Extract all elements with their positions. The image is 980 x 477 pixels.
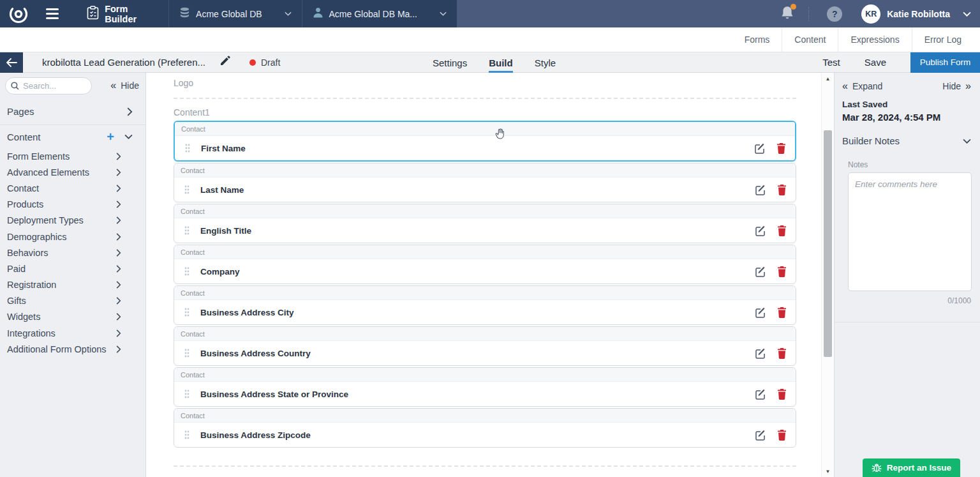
- tab-build[interactable]: Build: [489, 52, 513, 73]
- save-button[interactable]: Save: [865, 57, 886, 68]
- collapse-right-icon: »: [965, 80, 971, 92]
- sidebar-hide-button[interactable]: « Hide: [110, 80, 139, 91]
- sidebar-item-products[interactable]: Products: [7, 197, 145, 213]
- add-content-icon[interactable]: +: [107, 130, 114, 143]
- chevron-right-icon: [116, 153, 121, 160]
- sidebar-item-label: Registration: [7, 280, 56, 290]
- user-menu-chevron-icon[interactable]: [963, 11, 971, 17]
- publish-form-button[interactable]: Publish Form: [910, 52, 980, 73]
- tab-error-log[interactable]: Error Log: [912, 27, 974, 52]
- drag-handle-icon[interactable]: [184, 430, 189, 439]
- field-card-company[interactable]: Contact Company: [174, 245, 796, 284]
- database-dropdown[interactable]: Acme Global DB: [169, 0, 301, 27]
- acton-logo-icon[interactable]: [0, 4, 37, 24]
- sidebar-section-pages[interactable]: Pages: [0, 98, 145, 125]
- sidebar-item-form-elements[interactable]: Form Elements: [7, 148, 145, 164]
- delete-icon[interactable]: [777, 307, 787, 318]
- sidebar-item-advanced-elements[interactable]: Advanced Elements: [7, 164, 145, 180]
- field-card-first-name[interactable]: Contact First Name: [174, 121, 796, 162]
- marketing-account-dropdown[interactable]: Acme Global DB Ma...: [302, 0, 457, 27]
- divider: [808, 7, 809, 21]
- sidebar-item-behaviors[interactable]: Behaviors: [7, 245, 145, 261]
- builder-tabs: Settings Build Style: [433, 52, 556, 73]
- sidebar-item-additional-form-options[interactable]: Additional Form Options: [7, 341, 145, 357]
- drag-handle-icon[interactable]: [184, 226, 189, 235]
- drag-handle-icon[interactable]: [184, 267, 189, 276]
- edit-icon[interactable]: [755, 430, 766, 441]
- field-label: Company: [200, 267, 240, 276]
- tab-forms[interactable]: Forms: [732, 27, 782, 52]
- canvas-scrollbar[interactable]: ▲ ▼: [821, 73, 834, 477]
- delete-icon[interactable]: [777, 429, 787, 441]
- sidebar-item-paid[interactable]: Paid: [7, 261, 145, 276]
- sidebar-section-content[interactable]: Content +: [0, 125, 145, 148]
- builder-notes-section[interactable]: Builder Notes: [842, 135, 971, 146]
- sidebar-item-deployment-types[interactable]: Deployment Types: [7, 213, 145, 229]
- sidebar-item-widgets[interactable]: Widgets: [7, 309, 145, 325]
- scroll-up-icon[interactable]: ▲: [822, 76, 834, 82]
- drag-handle-icon[interactable]: [185, 144, 190, 153]
- search-input[interactable]: [23, 81, 82, 91]
- delete-icon[interactable]: [777, 266, 787, 277]
- drag-handle-icon[interactable]: [184, 390, 189, 398]
- delete-icon[interactable]: [777, 184, 787, 195]
- sidebar-item-integrations[interactable]: Integrations: [7, 325, 145, 341]
- drag-handle-icon[interactable]: [184, 308, 189, 317]
- notes-textarea[interactable]: [848, 172, 972, 291]
- hide-panel-button[interactable]: Hide »: [942, 80, 971, 92]
- field-card-business-address-zipcode[interactable]: Contact Business Address Zipcode: [174, 408, 796, 448]
- sidebar-item-registration[interactable]: Registration: [7, 277, 145, 293]
- sidebar-item-contact[interactable]: Contact: [7, 180, 145, 196]
- back-button[interactable]: [0, 52, 23, 73]
- chevron-down-icon[interactable]: [124, 134, 133, 139]
- expand-panel-button[interactable]: « Expand: [842, 80, 882, 92]
- notifications-bell-icon[interactable]: [780, 5, 794, 23]
- field-card-business-address-city[interactable]: Contact Business Address City: [174, 285, 796, 325]
- main-area: « Hide Pages Content + Form Elements Adv…: [0, 73, 980, 477]
- field-card-business-address-country[interactable]: Contact Business Address Country: [174, 326, 796, 366]
- sidebar-item-gifts[interactable]: Gifts: [7, 293, 145, 309]
- form-builder-app[interactable]: Form Builder: [75, 0, 168, 27]
- hamburger-menu-icon[interactable]: [46, 8, 59, 19]
- expand-label: Expand: [852, 81, 882, 91]
- edit-title-icon[interactable]: [219, 56, 230, 69]
- tab-settings[interactable]: Settings: [433, 52, 467, 73]
- edit-icon[interactable]: [755, 225, 766, 236]
- field-card-english-title[interactable]: Contact English Title: [174, 204, 796, 243]
- delete-icon[interactable]: [776, 142, 786, 154]
- form-title: krobilotta Lead Generation (Preferen...: [42, 57, 205, 68]
- drag-handle-icon[interactable]: [184, 185, 189, 194]
- help-icon[interactable]: ?: [827, 6, 842, 22]
- scrollbar-thumb[interactable]: [824, 130, 832, 357]
- chevron-right-icon: [116, 216, 121, 224]
- sidebar-item-label: Demographics: [7, 232, 67, 242]
- logo-placeholder[interactable]: Logo: [174, 78, 796, 88]
- content-block-label[interactable]: Content1: [174, 107, 796, 117]
- report-issue-button[interactable]: Report an Issue: [863, 458, 960, 477]
- avatar[interactable]: KR: [861, 4, 880, 24]
- chevron-right-icon: [116, 297, 121, 305]
- tab-content[interactable]: Content: [782, 27, 838, 52]
- tab-expressions[interactable]: Expressions: [838, 27, 911, 52]
- field-card-business-address-state[interactable]: Contact Business Address State or Provin…: [174, 367, 796, 407]
- test-button[interactable]: Test: [822, 57, 840, 68]
- scroll-down-icon[interactable]: ▼: [822, 469, 834, 474]
- edit-icon[interactable]: [755, 307, 766, 318]
- sidebar-item-demographics[interactable]: Demographics: [7, 229, 145, 245]
- drag-handle-icon[interactable]: [184, 349, 189, 358]
- delete-icon[interactable]: [777, 388, 787, 400]
- edit-icon[interactable]: [755, 266, 766, 277]
- chevron-down-icon[interactable]: [963, 139, 971, 144]
- edit-icon[interactable]: [755, 143, 766, 154]
- field-category-label: Contact: [174, 245, 796, 259]
- edit-icon[interactable]: [755, 185, 766, 195]
- tab-style[interactable]: Style: [535, 52, 556, 73]
- edit-icon[interactable]: [755, 389, 766, 400]
- edit-icon[interactable]: [755, 348, 766, 359]
- notification-badge: [791, 4, 796, 10]
- collapse-left-icon: «: [842, 80, 848, 92]
- avatar-initials: KR: [865, 10, 877, 19]
- delete-icon[interactable]: [777, 225, 787, 236]
- delete-icon[interactable]: [777, 347, 787, 359]
- field-card-last-name[interactable]: Contact Last Name: [174, 163, 796, 202]
